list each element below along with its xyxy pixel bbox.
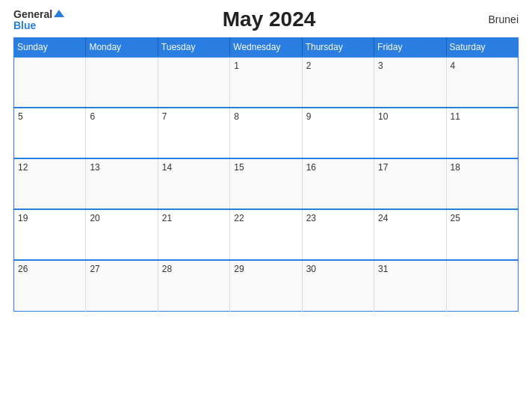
- calendar-cell: 28: [158, 260, 229, 311]
- day-number: 21: [162, 213, 172, 223]
- calendar-cell: 11: [446, 108, 518, 158]
- day-number: 9: [306, 111, 312, 122]
- col-monday: Monday: [86, 38, 158, 58]
- calendar-cell: 19: [14, 209, 86, 260]
- day-number: 8: [234, 111, 239, 122]
- calendar-week-row: 262728293031: [14, 260, 519, 311]
- calendar-week-row: 12131415161718: [14, 158, 519, 209]
- calendar-cell: [14, 57, 86, 108]
- col-saturday: Saturday: [446, 38, 518, 58]
- calendar-cell: 24: [374, 209, 446, 260]
- calendar-cell: 12: [14, 158, 86, 209]
- col-friday: Friday: [374, 38, 446, 58]
- day-number: 1: [234, 61, 239, 71]
- day-number: 26: [18, 264, 28, 274]
- calendar-cell: 23: [302, 209, 374, 260]
- calendar-cell: [158, 57, 229, 108]
- calendar-cell: 22: [230, 209, 302, 260]
- calendar-cell: 7: [158, 108, 229, 158]
- day-number: 31: [378, 264, 388, 274]
- calendar-cell: 25: [446, 209, 518, 260]
- calendar-table: Sunday Monday Tuesday Wednesday Thursday…: [13, 37, 519, 312]
- day-number: 10: [378, 111, 388, 122]
- col-wednesday: Wednesday: [230, 38, 302, 58]
- day-number: 5: [18, 111, 23, 122]
- logo-blue-text: Blue: [13, 20, 36, 31]
- calendar-cell: 8: [230, 108, 302, 158]
- day-number: 20: [90, 213, 99, 223]
- day-number: 16: [306, 162, 316, 173]
- calendar-cell: 29: [230, 260, 302, 311]
- day-number: 19: [18, 213, 28, 223]
- day-number: 14: [162, 162, 172, 173]
- day-number: 23: [306, 213, 316, 223]
- calendar-week-row: 19202122232425: [14, 209, 519, 260]
- calendar-cell: 27: [86, 260, 158, 311]
- col-tuesday: Tuesday: [158, 38, 229, 58]
- calendar-body: 1234567891011121314151617181920212223242…: [14, 57, 519, 311]
- day-number: 22: [234, 213, 244, 223]
- day-number: 6: [90, 111, 95, 122]
- calendar-cell: 21: [158, 209, 229, 260]
- calendar-cell: 30: [302, 260, 374, 311]
- calendar-cell: 6: [86, 108, 158, 158]
- calendar-cell: 31: [374, 260, 446, 311]
- day-number: 12: [18, 162, 28, 173]
- calendar-cell: 16: [302, 158, 374, 209]
- logo-general-text: General: [13, 8, 64, 20]
- day-number: 11: [451, 111, 460, 122]
- calendar-header-row: Sunday Monday Tuesday Wednesday Thursday…: [14, 38, 519, 58]
- day-number: 13: [90, 162, 99, 173]
- calendar-cell: [446, 260, 518, 311]
- day-number: 27: [90, 264, 99, 274]
- day-number: 7: [162, 111, 167, 122]
- calendar-cell: 3: [374, 57, 446, 108]
- col-thursday: Thursday: [302, 38, 374, 58]
- day-number: 29: [234, 264, 244, 274]
- day-number: 17: [378, 162, 388, 173]
- calendar-title: May 2024: [64, 7, 474, 31]
- calendar-cell: 9: [302, 108, 374, 158]
- calendar-cell: 5: [14, 108, 86, 158]
- day-number: 25: [451, 213, 460, 223]
- col-sunday: Sunday: [14, 38, 86, 58]
- calendar-cell: 2: [302, 57, 374, 108]
- logo: General Blue: [13, 8, 64, 31]
- day-number: 24: [378, 213, 388, 223]
- calendar-cell: 20: [86, 209, 158, 260]
- header: General Blue May 2024 Brunei: [13, 7, 519, 31]
- day-number: 15: [234, 162, 244, 173]
- day-number: 4: [451, 61, 456, 71]
- calendar-cell: 14: [158, 158, 229, 209]
- calendar-week-row: 1234: [14, 57, 519, 108]
- calendar-page: General Blue May 2024 Brunei Sunday Mond…: [0, 0, 532, 411]
- day-number: 30: [306, 264, 316, 274]
- calendar-cell: 4: [446, 57, 518, 108]
- calendar-cell: 10: [374, 108, 446, 158]
- calendar-week-row: 567891011: [14, 108, 519, 158]
- country-label: Brunei: [474, 13, 519, 25]
- day-number: 2: [306, 61, 312, 71]
- calendar-cell: 18: [446, 158, 518, 209]
- calendar-cell: 17: [374, 158, 446, 209]
- logo-triangle-icon: [54, 10, 64, 17]
- day-number: 18: [451, 162, 460, 173]
- calendar-cell: 1: [230, 57, 302, 108]
- calendar-cell: 15: [230, 158, 302, 209]
- calendar-cell: 13: [86, 158, 158, 209]
- day-number: 3: [378, 61, 383, 71]
- calendar-cell: 26: [14, 260, 86, 311]
- calendar-cell: [86, 57, 158, 108]
- day-number: 28: [162, 264, 172, 274]
